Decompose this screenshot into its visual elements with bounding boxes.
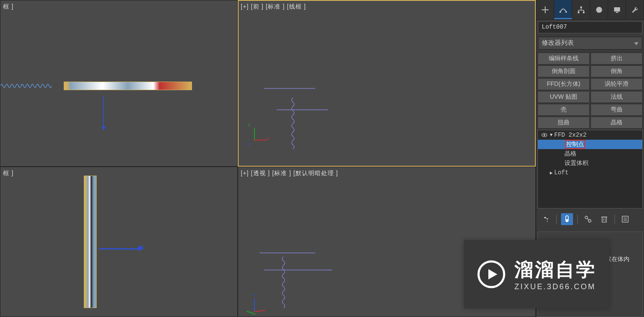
svg-point-4 — [559, 11, 561, 13]
viewport-axis-gizmo: z x y — [249, 123, 270, 145]
svg-rect-10 — [614, 7, 620, 12]
modifier-preset-button[interactable]: 晶格 — [591, 117, 643, 129]
configure-sets-button[interactable] — [619, 213, 631, 225]
axis-z-label: z — [142, 244, 144, 250]
remove-modifier-button[interactable] — [598, 213, 610, 225]
svg-point-5 — [565, 11, 567, 13]
modifier-preset-button[interactable]: 挤出 — [591, 53, 643, 65]
viewport-label[interactable]: [+] [前 ] [标准 ] [线框 ] — [241, 3, 306, 11]
viewport-axis-gizmo: z — [249, 294, 270, 316]
unique-icon — [584, 215, 592, 223]
watermark-url: ZIXUE.3D66.COM — [514, 282, 597, 291]
svg-rect-11 — [616, 12, 618, 13]
stack-item-loft[interactable]: ▶ Loft — [538, 168, 642, 177]
stack-sub-set-volume[interactable]: 设置体积 — [538, 158, 642, 168]
object-name-input[interactable]: Loft007 — [538, 21, 642, 33]
svg-point-13 — [544, 134, 545, 136]
modifier-stack-toolbar — [538, 211, 643, 227]
modify-arc-icon — [559, 5, 567, 13]
svg-rect-15 — [566, 219, 568, 222]
viewport-top-left[interactable]: 框 ] — [0, 0, 238, 167]
watermark-logo: 溜溜自学 ZIXUE.3D66.COM — [464, 240, 609, 308]
pin-icon — [543, 216, 549, 223]
tab-display[interactable] — [608, 0, 626, 19]
play-circle-icon — [477, 260, 506, 289]
svg-rect-7 — [578, 12, 579, 13]
viewport-front[interactable]: [+] [前 ] [标准 ] [线框 ] — [238, 0, 536, 167]
modifier-preset-button[interactable]: 弯曲 — [591, 104, 643, 116]
viewport-grid: 框 ] [+] [前 ] [标准 ] [线框 ] — [0, 0, 536, 317]
command-panel-tabs — [536, 0, 644, 20]
hierarchy-icon — [577, 6, 585, 14]
modifier-stack[interactable]: ▼ FFD 2x2x2 控制点 晶格 设置体积 ▶ Loft — [538, 130, 643, 208]
modifier-preset-button[interactable]: 涡轮平滑 — [591, 78, 643, 90]
configure-icon — [622, 216, 629, 223]
visibility-eye-icon[interactable] — [541, 132, 548, 138]
tab-modify[interactable] — [554, 0, 572, 19]
axis-arrow — [99, 248, 139, 249]
viewport-label[interactable]: [+] [透视 ] [标准 ] [默认明暗处理 ] — [241, 170, 338, 177]
scene-content-bl — [84, 176, 97, 308]
scene-content — [0, 82, 193, 94]
axis-arrow-z — [103, 97, 106, 131]
expand-arrow-icon[interactable]: ▼ — [548, 132, 554, 138]
show-end-result-button[interactable] — [561, 213, 573, 225]
modifier-preset-button[interactable]: 壳 — [538, 104, 590, 116]
svg-rect-19 — [602, 217, 606, 222]
svg-rect-6 — [580, 6, 582, 8]
svg-rect-8 — [583, 12, 585, 13]
svg-line-18 — [587, 218, 589, 220]
modifier-preset-button[interactable]: 编辑样条线 — [538, 53, 590, 65]
tab-create[interactable] — [536, 0, 554, 19]
modifier-preset-grid: 编辑样条线 挤出 倒角剖面 倒角 FFD(长方体) 涡轮平滑 UVW 贴图 法线… — [538, 53, 643, 129]
modifier-list-dropdown[interactable]: 修改器列表 — [538, 37, 642, 50]
modifier-preset-button[interactable]: 倒角剖面 — [538, 65, 590, 77]
wrench-icon — [631, 6, 639, 14]
stack-item-label: FFD 2x2x2 — [554, 132, 587, 138]
stack-item-ffd[interactable]: ▼ FFD 2x2x2 — [538, 130, 642, 140]
trash-icon — [601, 216, 607, 223]
plus-icon — [541, 6, 549, 14]
viewport-label[interactable]: 框 ] — [3, 3, 14, 11]
make-unique-button[interactable] — [582, 213, 594, 225]
tab-motion[interactable] — [590, 0, 608, 19]
modifier-preset-button[interactable]: 法线 — [591, 91, 643, 103]
pin-stack-button[interactable] — [540, 213, 552, 225]
tab-hierarchy[interactable] — [572, 0, 590, 19]
watermark-title: 溜溜自学 — [514, 257, 597, 282]
display-monitor-icon — [613, 6, 621, 14]
modifier-preset-button[interactable]: FFD(长方体) — [538, 78, 590, 90]
viewport-label[interactable]: 框 ] — [3, 170, 14, 177]
expand-arrow-icon[interactable]: ▶ — [548, 170, 554, 176]
viewport-bottom-left[interactable]: 框 ] z — [0, 167, 238, 317]
modifier-preset-button[interactable]: UVW 贴图 — [538, 91, 590, 103]
stack-item-label: Loft — [554, 169, 569, 176]
svg-point-9 — [596, 7, 602, 13]
tab-utilities[interactable] — [626, 0, 644, 19]
modifier-preset-button[interactable]: 倒角 — [591, 65, 643, 77]
modifier-preset-button[interactable]: 扭曲 — [538, 117, 590, 129]
stack-sub-control-points[interactable]: 控制点 — [538, 140, 642, 149]
stack-sub-lattice[interactable]: 晶格 — [538, 149, 642, 158]
motion-circle-icon — [595, 6, 603, 14]
stack-item-label: 控制点 — [565, 140, 585, 149]
test-tube-icon — [564, 215, 570, 223]
